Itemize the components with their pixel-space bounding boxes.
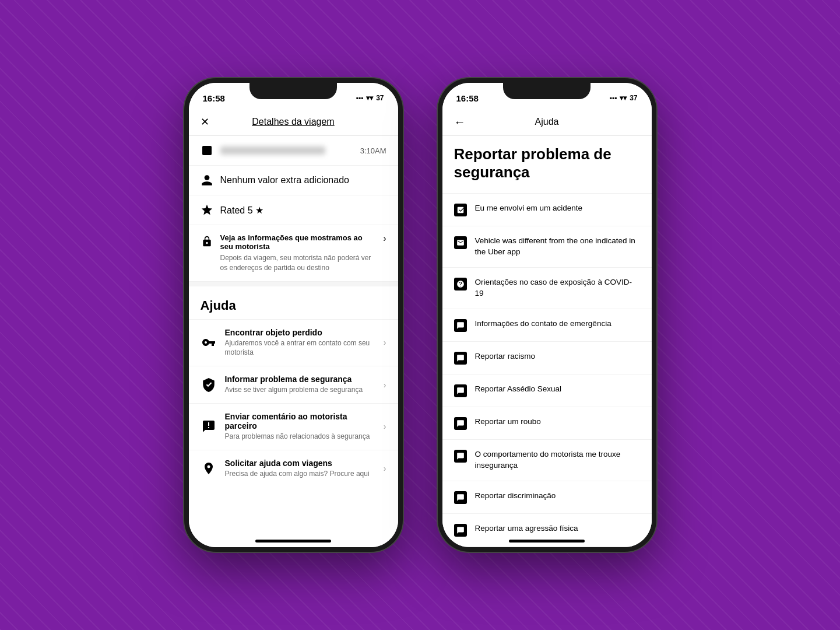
help-item-feedback-title: Enviar comentário ao motorista parceiro (225, 412, 375, 430)
route-icon (201, 144, 213, 157)
feedback-icon (201, 418, 217, 435)
rating-row: Rated 5 ★ (189, 195, 398, 225)
security-label-8: Reportar discriminação (475, 491, 640, 502)
security-item-8[interactable]: Reportar discriminação (442, 481, 652, 514)
help-item-request-text: Solicitar ajuda com viagens Precisa de a… (225, 459, 375, 479)
security-icon (201, 377, 217, 393)
header-title-2: Ajuda (535, 117, 559, 127)
si-icon-5 (454, 384, 467, 397)
close-button[interactable]: ✕ (201, 116, 209, 128)
security-item-6[interactable]: Reportar um roubo (442, 407, 652, 440)
star-icon (201, 204, 213, 216)
screen-title-1: Detalhes da viagem (252, 117, 334, 127)
driver-info-row[interactable]: Veja as informações que mostramos ao seu… (189, 225, 398, 282)
help-item-feedback[interactable]: Enviar comentário ao motorista parceiro … (189, 403, 398, 450)
security-item-0[interactable]: Eu me envolvi em um acidente (442, 194, 652, 226)
help-item-feedback-sub: Para problemas não relacionados à segura… (225, 432, 375, 442)
driver-info-title: Veja as informações que mostramos ao seu… (220, 233, 377, 251)
security-label-7: O comportamento do motorista me trouxe i… (475, 449, 640, 471)
help-item-lost-object-title: Encontrar objeto perdido (225, 328, 375, 337)
si-icon-4 (454, 352, 467, 365)
screen-2: ← Ajuda Reportar problema de segurança E… (442, 108, 652, 547)
si-icon-0 (454, 204, 467, 216)
chevron-request: › (384, 464, 386, 473)
help-item-feedback-text: Enviar comentário ao motorista parceiro … (225, 412, 375, 442)
security-label-6: Reportar um roubo (475, 416, 640, 428)
help-item-lost-object-text: Encontrar objeto perdido Ajudaremos você… (225, 328, 375, 358)
help-label: Ajuda (189, 286, 398, 319)
battery-icon-1: 37 (376, 94, 384, 102)
help-item-request-title: Solicitar ajuda com viagens (225, 459, 375, 468)
status-icons-2: ▪▪▪ ▾▾ 37 (609, 94, 637, 102)
key-icon (201, 334, 217, 351)
security-screen-header: ← Ajuda (442, 108, 652, 136)
home-indicator-1 (255, 540, 331, 542)
wifi-icon-1: ▾▾ (366, 94, 373, 102)
blurred-address (220, 146, 325, 155)
si-icon-2 (454, 278, 467, 290)
no-extra-row: Nenhum valor extra adicionado (189, 166, 398, 195)
signal-icon-2: ▪▪▪ (609, 94, 617, 102)
request-icon (201, 460, 217, 477)
help-item-security-title: Informar problema de segurança (225, 374, 375, 384)
screen-1: ✕ Detalhes da viagem 3:10AM Nenhum valor… (189, 108, 398, 547)
signal-icon-1: ▪▪▪ (356, 94, 363, 102)
security-item-5[interactable]: Reportar Assédio Sexual (442, 374, 652, 407)
back-button[interactable]: ← (454, 116, 466, 129)
help-item-request-sub: Precisa de ajuda com algo mais? Procure … (225, 469, 375, 479)
security-label-5: Reportar Assédio Sexual (475, 384, 640, 395)
no-extra-content: Nenhum valor extra adicionado (220, 175, 386, 186)
page-main-title: Reportar problema de segurança (442, 136, 652, 194)
security-label-1: Vehicle was different from the one indic… (475, 236, 640, 258)
help-item-security[interactable]: Informar problema de segurança Avise se … (189, 366, 398, 403)
help-item-request[interactable]: Solicitar ajuda com viagens Precisa de a… (189, 450, 398, 487)
trip-route-row: 3:10AM (189, 136, 398, 166)
driver-info-sub: Depois da viagem, seu motorista não pode… (220, 253, 377, 273)
si-icon-6 (454, 417, 467, 430)
security-item-7[interactable]: O comportamento do motorista me trouxe i… (442, 440, 652, 481)
help-item-lost-object-sub: Ajudaremos você a entrar em contato com … (225, 338, 375, 358)
driver-info-content: Veja as informações que mostramos ao seu… (220, 233, 377, 273)
help-section (189, 282, 398, 286)
si-icon-8 (454, 491, 467, 504)
si-icon-3 (454, 319, 467, 332)
arrow-annotation (184, 341, 185, 362)
trip-time: 3:10AM (360, 146, 386, 155)
security-item-4[interactable]: Reportar racismo (442, 342, 652, 374)
no-extra-label: Nenhum valor extra adicionado (220, 175, 349, 185)
time-1: 16:58 (203, 93, 225, 103)
phone-1: 16:58 ▪▪▪ ▾▾ 37 ✕ Detalhes da viagem 3:1… (184, 78, 403, 552)
home-indicator-2 (509, 540, 585, 542)
trip-route-content (220, 146, 353, 155)
si-icon-1 (454, 236, 467, 249)
rating-label: Rated 5 ★ (220, 205, 263, 215)
security-label-0: Eu me envolvi em um acidente (475, 203, 640, 214)
wifi-icon-2: ▾▾ (620, 94, 627, 102)
security-item-2[interactable]: Orientações no caso de exposição à COVID… (442, 268, 652, 309)
status-icons-1: ▪▪▪ ▾▾ 37 (356, 94, 384, 102)
security-label-9: Reportar uma agressão física (475, 523, 640, 534)
trip-detail-header: ✕ Detalhes da viagem (189, 108, 398, 136)
chevron-lost: › (384, 338, 386, 347)
chevron-driver-info: › (383, 233, 386, 244)
rating-content: Rated 5 ★ (220, 205, 386, 216)
chevron-security: › (384, 380, 386, 390)
help-item-security-sub: Avise se tiver algum problema de seguran… (225, 385, 375, 395)
security-item-1[interactable]: Vehicle was different from the one indic… (442, 226, 652, 268)
help-item-lost-object[interactable]: Encontrar objeto perdido Ajudaremos você… (189, 319, 398, 366)
chevron-feedback: › (384, 422, 386, 431)
time-2: 16:58 (456, 93, 479, 103)
notch-1 (249, 83, 337, 99)
security-item-3[interactable]: Informações do contato de emergência (442, 309, 652, 342)
security-label-2: Orientações no caso de exposição à COVID… (475, 277, 640, 299)
help-item-security-text: Informar problema de segurança Avise se … (225, 374, 375, 395)
notch-2 (503, 83, 591, 99)
lock-icon (201, 235, 213, 248)
phone-2: 16:58 ▪▪▪ ▾▾ 37 ← Ajuda Reportar problem… (438, 78, 656, 552)
person-icon (201, 174, 213, 187)
battery-icon-2: 37 (630, 94, 637, 102)
square-icon (202, 146, 212, 155)
si-icon-7 (454, 450, 467, 463)
security-label-3: Informações do contato de emergência (475, 318, 640, 330)
security-label-4: Reportar racismo (475, 351, 640, 362)
